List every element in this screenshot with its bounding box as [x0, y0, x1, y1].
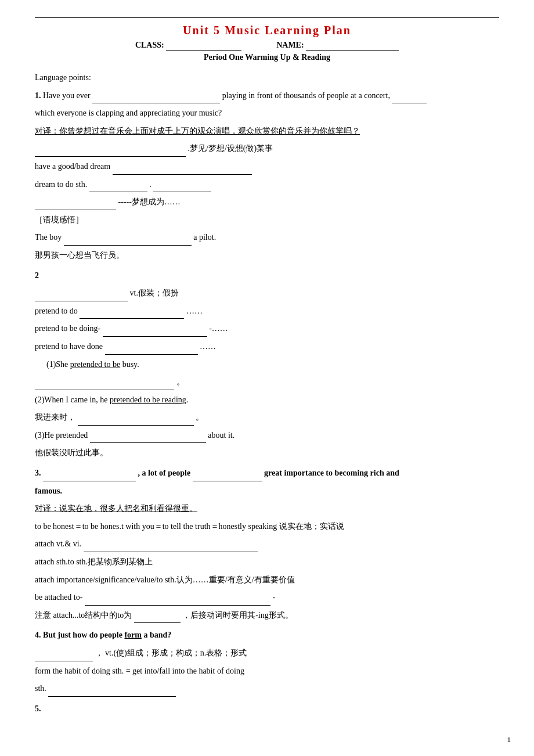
item-4-form-habit2: sth. [35, 681, 499, 697]
item-5: 5. [35, 701, 499, 717]
name-label: NAME: [276, 41, 399, 51]
title: Unit 5 Music Learning Plan [35, 24, 499, 37]
item-2-ex1-blank: 。 [35, 375, 499, 390]
item-3: 3. , a lot of people great importance to… [35, 466, 499, 623]
item-2: 2 vt.假装；假扮 pretend to do …… pretend to b… [35, 268, 499, 462]
page-number: 1 [507, 735, 511, 744]
item-1-blank-dream: .梦见/梦想/设想(做)某事 [35, 141, 499, 157]
item-4-text: 4. But just how do people form a band? [35, 628, 499, 643]
item-2-pretend-to-have-done: pretend to have done …… [35, 339, 499, 355]
item-3-text: 3. , a lot of people great importance to… [35, 466, 499, 481]
top-line [35, 17, 499, 18]
item-1-context: ［语境感悟］ [35, 213, 499, 228]
item-1-text: 1. Have you ever playing in front of tho… [35, 88, 499, 104]
item-2-ex1: (1)She pretended to be busy. [46, 357, 499, 373]
item-1-dash-note: -----梦想成为…… [35, 195, 499, 210]
item-3-note-attach: 注意 attach...to结构中的to为 ，后接动词时要用其-ing形式。 [35, 608, 499, 624]
item-2-pretend-to-be-doing: pretend to be doing- -…… [35, 321, 499, 337]
item-1-the-boy: The boy a pilot. [35, 230, 499, 246]
item-2-pretend-to-do: pretend to do …… [35, 304, 499, 319]
item-1: 1. Have you ever playing in front of tho… [35, 88, 499, 264]
item-1-translation: 对译：你曾梦想过在音乐会上面对成千上万的观众演唱，观众欣赏你的音乐并为你鼓掌吗？ [35, 124, 499, 139]
item-2-header: 2 [35, 268, 499, 284]
period-row: Period One Warming Up & Reading [35, 53, 499, 62]
item-4: 4. But just how do people form a band? ，… [35, 628, 499, 696]
language-points: Language points: [35, 70, 499, 86]
item-2-ex3: (3)He pretended about it. [35, 428, 499, 444]
item-2-ex2-translation: 我进来时， 。 [35, 410, 499, 426]
item-3-translation: 对译：说实在地，很多人把名和利看得很重。 [35, 501, 499, 517]
item-2-ex3-translation: 他假装没听过此事。 [35, 445, 499, 461]
item-2-ex2: (2)When I came in, he pretended to be re… [35, 393, 499, 408]
item-5-num: 5. [35, 701, 499, 717]
item-4-form-note: ， vt.(使)组成；形成；构成；n.表格；形式 [35, 646, 499, 661]
item-1-have-good-bad: have a good/bad dream [35, 159, 499, 175]
item-3-text2: famous. [35, 484, 499, 499]
item-3-attach-importance: attach importance/significance/value/to … [35, 573, 499, 588]
item-3-attach-sth: attach sth.to sth.把某物系到某物上 [35, 555, 499, 570]
item-3-be-attached-to: be attached to- - [35, 590, 499, 606]
class-name-row: CLASS: NAME: [35, 41, 499, 51]
item-4-form-habit: form the habit of doing sth. = get into/… [35, 664, 499, 679]
item-1-text2: which everyone is clapping and appreciat… [35, 106, 499, 121]
item-2-vt: vt.假装；假扮 [35, 286, 499, 301]
item-1-pilot-translation: 那男孩一心想当飞行员。 [35, 248, 499, 264]
item-1-dream-to-do: dream to do sth. . [35, 177, 499, 193]
item-3-attach-label: attach vt.& vi. [35, 537, 499, 552]
class-label: CLASS: [135, 41, 241, 51]
item-3-honest-note: to be honest＝to be hones.t with you＝to t… [35, 519, 499, 535]
